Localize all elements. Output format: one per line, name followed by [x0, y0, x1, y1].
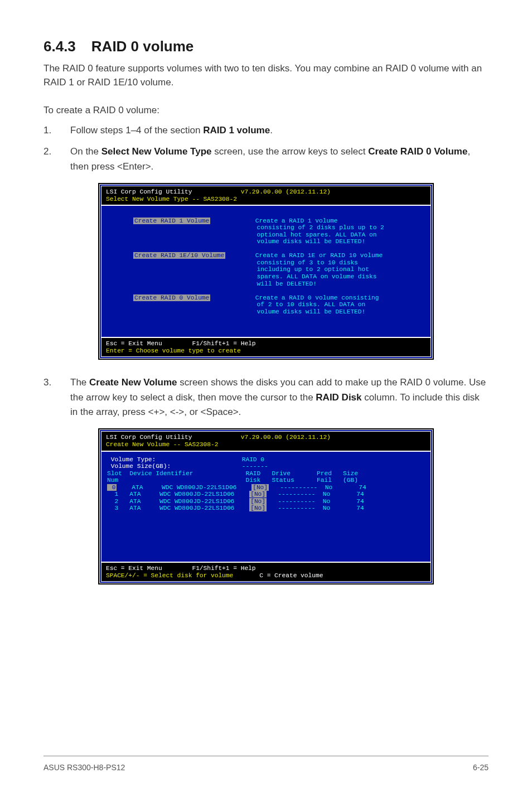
bios2-th-raid: RAID — [245, 470, 260, 477]
bios2-row-2-size: 74 — [356, 498, 364, 505]
bios2-row-1-pred: No — [323, 491, 330, 497]
section-title-text: RAID 0 volume — [91, 38, 194, 55]
bios2-row-0-size: 74 — [359, 484, 366, 491]
bios2-row-1-raid[interactable]: [No] — [249, 491, 267, 497]
bios2-footer-l2b: C = Create volume — [259, 572, 323, 579]
bios2-row-3-slot[interactable]: 3 — [111, 505, 118, 511]
bios2-th-status: Status — [272, 477, 294, 484]
section-number: 6.4.3 — [43, 38, 76, 55]
step-2-bold-b: Create RAID 0 Volume — [368, 146, 467, 157]
bios2-version: v7.29.00.00 (2012.11.12) — [241, 434, 331, 441]
bios2-row-0-status: ---------- — [280, 484, 317, 491]
bios2-th-disk: Disk — [245, 477, 260, 484]
step-2-bold-a: Select New Volume Type — [101, 146, 212, 157]
step-2: 2. On the Select New Volume Type screen,… — [43, 144, 489, 174]
bios1-title: LSI Corp Config Utility — [106, 189, 192, 195]
bios2-row-1-slot[interactable]: 1 — [111, 491, 118, 497]
bios2-row-3-pred: No — [323, 505, 330, 511]
bios2-body: Volume Type: RAID 0 Volume Size(GB): ---… — [101, 452, 431, 562]
bios2-row-0-raid[interactable]: [No] — [252, 484, 269, 491]
bios2-row-1-status: ---------- — [278, 491, 315, 497]
intro-paragraph: The RAID 0 feature supports volumes with… — [43, 62, 489, 89]
bios2-row-2-pred: No — [323, 498, 330, 505]
bios2-row-1-model: WDC WD800JD-22LS1D06 — [159, 491, 234, 497]
bios2-row-0-model: WDC WD800JD-22LS1D06 — [162, 484, 236, 491]
bios2-th-drive: Drive — [272, 470, 291, 477]
step-2-text-a: On the — [70, 146, 101, 157]
bios2-th-gb: (GB) — [343, 477, 358, 484]
bios2-th-size: Size — [343, 470, 358, 477]
step-number: 1. — [43, 123, 55, 138]
bios2-row-3-size: 74 — [356, 505, 364, 511]
bios1-footer-l1: Esc = Exit Menu F1/Shift+1 = Help — [106, 340, 256, 347]
step-1-text-a: Follow steps 1–4 of the section — [70, 125, 203, 136]
bios2-volume-type-label: Volume Type: — [111, 456, 156, 463]
footer-page-number: 6-25 — [473, 763, 489, 772]
bios-create-new-volume: LSI Corp Config Utility v7.29.00.00 (201… — [99, 429, 433, 583]
bios2-title: LSI Corp Config Utility — [106, 434, 192, 441]
bios1-header: LSI Corp Config Utility v7.29.00.00 (201… — [101, 186, 431, 206]
page-footer: ASUS RS300-H8-PS12 6-25 — [43, 756, 489, 772]
bios2-row-2-raid[interactable]: [No] — [249, 498, 267, 505]
bios2-row-3-vendor: ATA — [129, 505, 141, 511]
bios1-version: v7.29.00.00 (2012.11.12) — [241, 189, 331, 195]
step-3: 3. The Create New Volume screen shows th… — [43, 375, 489, 419]
bios2-row-2-vendor: ATA — [129, 498, 141, 505]
bios2-th-num: Num — [107, 477, 118, 484]
bios1-subtitle: Select New Volume Type -- SAS2308-2 — [106, 196, 237, 202]
lead-paragraph: To create a RAID 0 volume: — [43, 104, 489, 118]
bios2-row-3-status: ---------- — [278, 505, 315, 511]
bios2-row-0-vendor: ATA — [132, 484, 143, 491]
bios2-footer-l2a: SPACE/+/- = Select disk for volume — [106, 572, 233, 579]
bios2-th-pred: Pred — [317, 470, 332, 477]
bios2-row-2-slot[interactable]: 2 — [111, 498, 118, 505]
bios2-row-2-model: WDC WD800JD-22LS1D06 — [159, 498, 234, 505]
bios2-row-3-model: WDC WD800JD-22LS1D06 — [159, 505, 234, 511]
bios1-option-raid0[interactable]: Create RAID 0 Volume — [133, 294, 210, 301]
section-heading: 6.4.3RAID 0 volume — [43, 38, 489, 55]
bios2-volume-size-value: ------- — [242, 463, 268, 470]
bios2-volume-size-label: Volume Size(GB): — [111, 463, 171, 470]
bios2-row-1-size: 74 — [356, 491, 364, 497]
step-number: 2. — [43, 144, 55, 174]
bios2-row-2-status: ---------- — [278, 498, 315, 505]
step-3-text-a: The — [70, 377, 89, 388]
bios2-row-3-raid[interactable]: [No] — [249, 505, 267, 511]
bios2-row-1-vendor: ATA — [129, 491, 141, 497]
bios2-th-dev: Device Identifier — [129, 470, 193, 477]
footer-product: ASUS RS300-H8-PS12 — [43, 763, 125, 772]
bios1-option-raid1[interactable]: Create RAID 1 Volume — [133, 218, 210, 224]
bios2-subtitle: Create New Volume -- SAS2308-2 — [106, 441, 218, 448]
bios2-header: LSI Corp Config Utility v7.29.00.00 (201… — [101, 432, 431, 451]
bios1-option-raid1e10[interactable]: Create RAID 1E/10 Volume — [133, 252, 225, 259]
step-number: 3. — [43, 375, 55, 419]
bios2-th-fail: Fail — [317, 477, 332, 484]
bios2-row-0-slot[interactable]: 0 — [107, 484, 117, 491]
step-1-bold: RAID 1 volume — [203, 125, 270, 136]
bios-select-volume-type: LSI Corp Config Utility v7.29.00.00 (201… — [99, 184, 433, 359]
bios1-footer-l2: Enter = Choose volume type to create — [106, 347, 241, 354]
bios2-volume-type-value: RAID 0 — [242, 456, 264, 463]
bios2-footer: Esc = Exit Menu F1/Shift+1 = Help SPACE/… — [101, 562, 431, 581]
step-3-bold-b: RAID Disk — [316, 392, 361, 403]
step-1-text-b: . — [270, 125, 273, 136]
bios1-footer: Esc = Exit Menu F1/Shift+1 = Help Enter … — [101, 337, 431, 356]
bios2-row-0-pred: No — [325, 484, 332, 491]
bios2-footer-l1: Esc = Exit Menu F1/Shift+1 = Help — [106, 565, 256, 572]
bios1-body: Create RAID 1 Volume Create a RAID 1 vol… — [101, 206, 431, 337]
step-2-text-b: screen, use the arrow keys to select — [212, 146, 369, 157]
step-1: 1. Follow steps 1–4 of the section RAID … — [43, 123, 489, 138]
step-3-bold-a: Create New Volume — [89, 377, 177, 388]
bios2-th-slot: Slot — [107, 470, 122, 477]
